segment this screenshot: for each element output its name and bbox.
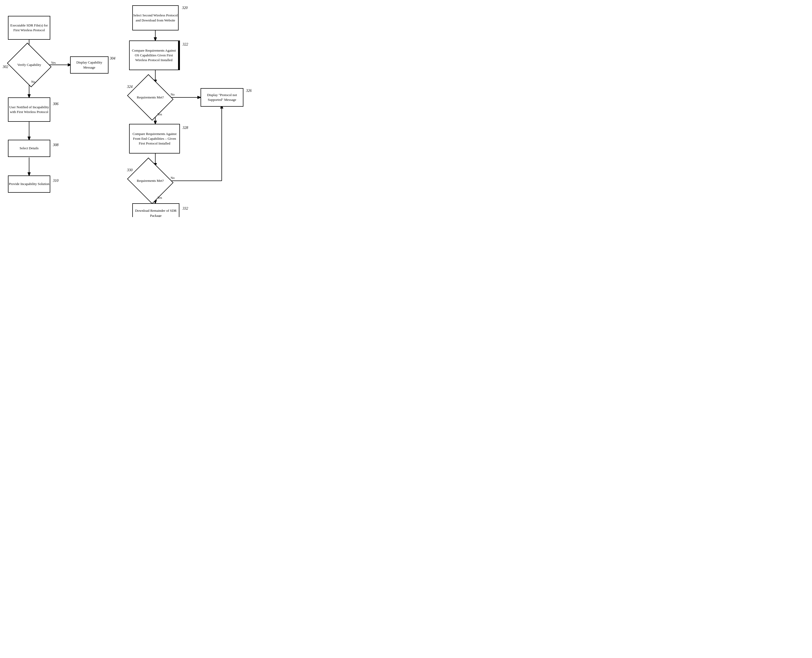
- diamond-verify-capability: Verify Capability: [13, 51, 46, 79]
- diamond-requirements-met-1-label: Requirements Met?: [137, 95, 164, 100]
- ref-332: 332: [183, 207, 188, 211]
- box-user-notified: User Notified of Incapability with First…: [8, 97, 50, 122]
- box-select-protocol-label: Select Second Wireless Protocol and Down…: [133, 13, 178, 22]
- box-display-capability: Display Capability Message: [70, 56, 108, 74]
- box-select-protocol: Select Second Wireless Protocol and Down…: [132, 5, 178, 30]
- ref-308: 308: [53, 143, 58, 147]
- ref-330: 330: [127, 168, 133, 172]
- ref-322: 322: [183, 42, 188, 47]
- label-no-req2: No: [171, 176, 175, 180]
- ref-310: 310: [53, 179, 58, 183]
- ref-328: 328: [183, 126, 188, 130]
- ref-320: 320: [182, 6, 188, 10]
- ref-302: 302: [3, 65, 8, 69]
- box-provide-incapability-label: Provide Incapability Solution: [9, 182, 49, 186]
- box-select-details-label: Select Details: [20, 146, 39, 150]
- box-display-capability-label: Display Capability Message: [70, 60, 108, 70]
- box-user-notified-label: User Notified of Incapability with First…: [8, 105, 50, 114]
- ref-324: 324: [127, 85, 133, 89]
- diamond-verify-label: Verify Capability: [17, 63, 41, 67]
- ref-326: 326: [246, 89, 252, 93]
- box-compare-frontend-label: Compare Requirements Against Front End C…: [130, 132, 179, 146]
- box-display-not-supported: Display "Protocol not Supported" Message: [200, 88, 243, 107]
- ref-306: 306: [53, 102, 58, 106]
- ref-304: 304: [110, 56, 115, 61]
- box-provide-incapability: Provide Incapability Solution: [8, 175, 50, 193]
- diagram-container: Executable SDR File(s) for First Wireles…: [0, 0, 264, 217]
- label-yes-req1: Yes: [157, 113, 162, 116]
- box-download-remainder: Download Remainder of SDR Package: [132, 203, 179, 217]
- box-sdr-files: Executable SDR File(s) for First Wireles…: [8, 16, 50, 40]
- box-display-not-supported-label: Display "Protocol not Supported" Message: [201, 92, 243, 102]
- diamond-requirements-met-2-label: Requirements Met?: [137, 179, 164, 183]
- diamond-requirements-met-1: Requirements Met?: [133, 83, 167, 112]
- label-no-req1: No: [171, 92, 175, 97]
- diamond-requirements-met-2: Requirements Met?: [133, 166, 167, 195]
- label-yes-verify: Yes: [51, 61, 56, 65]
- box-compare-os: Compare Requirements Against OS Capabili…: [129, 41, 180, 70]
- label-no-verify: No: [31, 80, 35, 84]
- box-download-remainder-label: Download Remainder of SDR Package: [133, 208, 179, 217]
- box-sdr-files-label: Executable SDR File(s) for First Wireles…: [8, 23, 50, 33]
- box-compare-os-label: Compare Requirements Against OS Capabili…: [130, 48, 178, 63]
- box-compare-frontend: Compare Requirements Against Front End C…: [129, 124, 180, 154]
- box-select-details: Select Details: [8, 140, 50, 157]
- label-yes-req2: Yes: [157, 196, 162, 200]
